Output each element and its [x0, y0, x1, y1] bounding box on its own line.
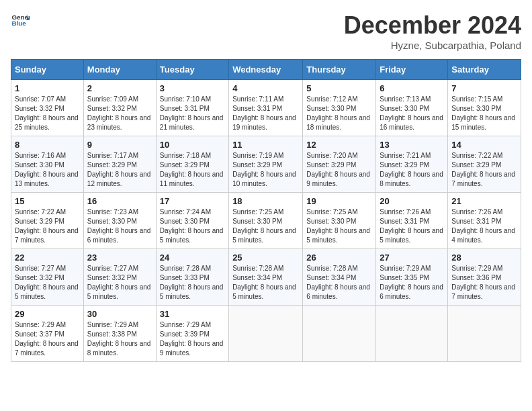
month-title: December 2024 [344, 11, 521, 40]
day-info: Sunrise: 7:20 AMSunset: 3:29 PMDaylight:… [306, 151, 372, 189]
day-info: Sunrise: 7:11 AMSunset: 3:31 PMDaylight:… [232, 95, 299, 132]
calendar-cell: 2Sunrise: 7:09 AMSunset: 3:32 PMDaylight… [83, 80, 156, 136]
day-number: 6 [380, 83, 444, 93]
calendar-cell: 11Sunrise: 7:19 AMSunset: 3:29 PMDayligh… [229, 136, 303, 193]
title-area: December 2024 Hyzne, Subcarpathia, Polan… [344, 11, 521, 51]
calendar-cell: 14Sunrise: 7:22 AMSunset: 3:29 PMDayligh… [448, 136, 521, 193]
calendar-week-row: 1Sunrise: 7:07 AMSunset: 3:32 PMDaylight… [11, 80, 521, 136]
day-number: 9 [87, 140, 152, 150]
calendar-cell: 27Sunrise: 7:29 AMSunset: 3:35 PMDayligh… [376, 249, 448, 306]
calendar-cell: 3Sunrise: 7:10 AMSunset: 3:31 PMDaylight… [156, 80, 228, 136]
day-number: 30 [87, 309, 152, 319]
calendar-week-row: 8Sunrise: 7:16 AMSunset: 3:30 PMDaylight… [11, 136, 521, 193]
day-number: 21 [451, 196, 517, 206]
calendar-cell [303, 306, 376, 362]
day-number: 3 [160, 83, 225, 93]
calendar-week-row: 15Sunrise: 7:22 AMSunset: 3:29 PMDayligh… [11, 193, 521, 249]
calendar-header-row: SundayMondayTuesdayWednesdayThursdayFrid… [11, 60, 521, 80]
calendar-cell: 10Sunrise: 7:18 AMSunset: 3:29 PMDayligh… [156, 136, 228, 193]
day-number: 27 [380, 253, 444, 263]
day-info: Sunrise: 7:28 AMSunset: 3:34 PMDaylight:… [232, 264, 299, 302]
calendar-cell: 13Sunrise: 7:21 AMSunset: 3:29 PMDayligh… [376, 136, 448, 193]
calendar-cell: 9Sunrise: 7:17 AMSunset: 3:29 PMDaylight… [83, 136, 156, 193]
day-info: Sunrise: 7:26 AMSunset: 3:31 PMDaylight:… [380, 208, 444, 245]
calendar-cell: 1Sunrise: 7:07 AMSunset: 3:32 PMDaylight… [11, 80, 84, 136]
day-number: 13 [380, 140, 444, 150]
day-info: Sunrise: 7:13 AMSunset: 3:30 PMDaylight:… [380, 95, 444, 132]
day-number: 16 [87, 196, 152, 206]
day-info: Sunrise: 7:29 AMSunset: 3:39 PMDaylight:… [160, 320, 225, 358]
day-info: Sunrise: 7:25 AMSunset: 3:30 PMDaylight:… [232, 208, 299, 245]
day-of-week-header: Sunday [11, 60, 84, 80]
day-of-week-header: Monday [83, 60, 156, 80]
day-info: Sunrise: 7:24 AMSunset: 3:30 PMDaylight:… [160, 208, 225, 245]
calendar-cell [448, 306, 521, 362]
day-number: 10 [160, 140, 225, 150]
day-info: Sunrise: 7:07 AMSunset: 3:32 PMDaylight:… [15, 95, 80, 132]
day-number: 17 [160, 196, 225, 206]
day-number: 23 [87, 253, 152, 263]
day-info: Sunrise: 7:27 AMSunset: 3:32 PMDaylight:… [15, 264, 80, 302]
calendar-cell [229, 306, 303, 362]
calendar-cell: 5Sunrise: 7:12 AMSunset: 3:30 PMDaylight… [303, 80, 376, 136]
calendar-cell: 16Sunrise: 7:23 AMSunset: 3:30 PMDayligh… [83, 193, 156, 249]
day-info: Sunrise: 7:22 AMSunset: 3:29 PMDaylight:… [15, 208, 80, 245]
calendar-cell: 29Sunrise: 7:29 AMSunset: 3:37 PMDayligh… [11, 306, 84, 362]
day-number: 24 [160, 253, 225, 263]
calendar-cell: 18Sunrise: 7:25 AMSunset: 3:30 PMDayligh… [229, 193, 303, 249]
day-of-week-header: Friday [376, 60, 448, 80]
day-info: Sunrise: 7:21 AMSunset: 3:29 PMDaylight:… [380, 151, 444, 189]
day-number: 22 [15, 253, 80, 263]
day-info: Sunrise: 7:17 AMSunset: 3:29 PMDaylight:… [87, 151, 152, 189]
svg-text:Blue: Blue [11, 19, 26, 27]
day-number: 14 [451, 140, 517, 150]
day-number: 8 [15, 140, 80, 150]
calendar-cell: 15Sunrise: 7:22 AMSunset: 3:29 PMDayligh… [11, 193, 84, 249]
day-info: Sunrise: 7:29 AMSunset: 3:36 PMDaylight:… [451, 264, 517, 302]
logo-icon: General Blue [11, 11, 30, 30]
calendar-cell: 6Sunrise: 7:13 AMSunset: 3:30 PMDaylight… [376, 80, 448, 136]
day-number: 7 [451, 83, 517, 93]
day-of-week-header: Tuesday [156, 60, 228, 80]
day-info: Sunrise: 7:29 AMSunset: 3:37 PMDaylight:… [15, 320, 80, 358]
day-number: 29 [15, 309, 80, 319]
day-info: Sunrise: 7:22 AMSunset: 3:29 PMDaylight:… [451, 151, 517, 189]
day-number: 1 [15, 83, 80, 93]
calendar-cell: 20Sunrise: 7:26 AMSunset: 3:31 PMDayligh… [376, 193, 448, 249]
calendar-week-row: 22Sunrise: 7:27 AMSunset: 3:32 PMDayligh… [11, 249, 521, 306]
logo: General Blue [11, 11, 30, 30]
day-number: 4 [232, 83, 299, 93]
calendar-cell: 21Sunrise: 7:26 AMSunset: 3:31 PMDayligh… [448, 193, 521, 249]
calendar-cell: 25Sunrise: 7:28 AMSunset: 3:34 PMDayligh… [229, 249, 303, 306]
calendar-cell: 23Sunrise: 7:27 AMSunset: 3:32 PMDayligh… [83, 249, 156, 306]
day-info: Sunrise: 7:09 AMSunset: 3:32 PMDaylight:… [87, 95, 152, 132]
day-number: 18 [232, 196, 299, 206]
calendar-week-row: 29Sunrise: 7:29 AMSunset: 3:37 PMDayligh… [11, 306, 521, 362]
calendar-cell: 30Sunrise: 7:29 AMSunset: 3:38 PMDayligh… [83, 306, 156, 362]
calendar-cell: 17Sunrise: 7:24 AMSunset: 3:30 PMDayligh… [156, 193, 228, 249]
day-number: 26 [306, 253, 372, 263]
day-info: Sunrise: 7:19 AMSunset: 3:29 PMDaylight:… [232, 151, 299, 189]
day-number: 11 [232, 140, 299, 150]
day-info: Sunrise: 7:23 AMSunset: 3:30 PMDaylight:… [87, 208, 152, 245]
day-info: Sunrise: 7:27 AMSunset: 3:32 PMDaylight:… [87, 264, 152, 302]
calendar-cell: 22Sunrise: 7:27 AMSunset: 3:32 PMDayligh… [11, 249, 84, 306]
day-info: Sunrise: 7:10 AMSunset: 3:31 PMDaylight:… [160, 95, 225, 132]
day-number: 31 [160, 309, 225, 319]
calendar-cell: 26Sunrise: 7:28 AMSunset: 3:34 PMDayligh… [303, 249, 376, 306]
day-info: Sunrise: 7:29 AMSunset: 3:38 PMDaylight:… [87, 320, 152, 358]
calendar-cell [376, 306, 448, 362]
day-info: Sunrise: 7:28 AMSunset: 3:33 PMDaylight:… [160, 264, 225, 302]
day-of-week-header: Saturday [448, 60, 521, 80]
day-info: Sunrise: 7:25 AMSunset: 3:30 PMDaylight:… [306, 208, 372, 245]
calendar-cell: 8Sunrise: 7:16 AMSunset: 3:30 PMDaylight… [11, 136, 84, 193]
day-info: Sunrise: 7:18 AMSunset: 3:29 PMDaylight:… [160, 151, 225, 189]
day-of-week-header: Thursday [303, 60, 376, 80]
day-number: 5 [306, 83, 372, 93]
day-number: 19 [306, 196, 372, 206]
calendar-cell: 4Sunrise: 7:11 AMSunset: 3:31 PMDaylight… [229, 80, 303, 136]
calendar-cell: 31Sunrise: 7:29 AMSunset: 3:39 PMDayligh… [156, 306, 228, 362]
page-header: General Blue December 2024 Hyzne, Subcar… [11, 11, 521, 51]
day-number: 12 [306, 140, 372, 150]
day-info: Sunrise: 7:29 AMSunset: 3:35 PMDaylight:… [380, 264, 444, 302]
